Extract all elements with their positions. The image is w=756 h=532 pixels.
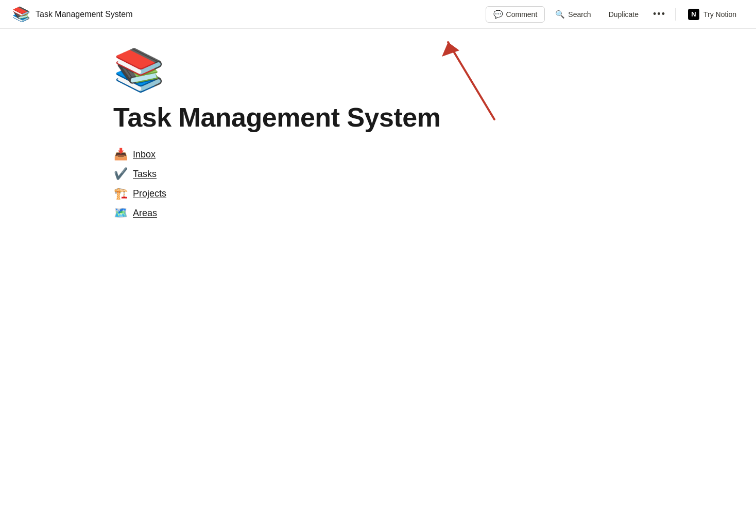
inbox-icon: 📥 xyxy=(113,148,128,161)
search-button[interactable]: 🔍 Search xyxy=(548,7,598,22)
comment-button[interactable]: 💬 Comment xyxy=(486,6,545,23)
page-icon-wrapper: 📚 xyxy=(113,49,463,91)
list-item[interactable]: ✔️ Tasks xyxy=(113,166,463,182)
page-icon: 📚 xyxy=(113,49,463,91)
duplicate-label: Duplicate xyxy=(609,10,639,19)
list-item[interactable]: 🗺️ Areas xyxy=(113,205,463,221)
comment-label: Comment xyxy=(506,10,538,19)
areas-icon: 🗺️ xyxy=(113,206,128,220)
header-right: 💬 Comment 🔍 Search Duplicate ••• N Try N… xyxy=(486,6,744,23)
main-content: 📚 Task Management System 📥 Inbox ✔️ Task… xyxy=(0,29,463,241)
tasks-label: Tasks xyxy=(133,169,157,180)
projects-icon: 🏗️ xyxy=(113,187,128,200)
header: 📚 Task Management System 💬 Comment 🔍 Sea… xyxy=(0,0,756,29)
tasks-icon: ✔️ xyxy=(113,167,128,181)
list-item[interactable]: 📥 Inbox xyxy=(113,147,463,162)
header-title: Task Management System xyxy=(36,10,133,19)
search-label: Search xyxy=(568,10,591,19)
more-options-button[interactable]: ••• xyxy=(649,7,670,22)
search-icon: 🔍 xyxy=(555,10,565,19)
try-notion-button[interactable]: N Try Notion xyxy=(681,6,744,23)
page-title: Task Management System xyxy=(113,103,463,132)
inbox-label: Inbox xyxy=(133,149,156,160)
comment-icon: 💬 xyxy=(493,10,503,19)
page-logo-icon: 📚 xyxy=(12,7,30,22)
list-item[interactable]: 🏗️ Projects xyxy=(113,186,463,201)
projects-label: Projects xyxy=(133,188,166,199)
header-left: 📚 Task Management System xyxy=(12,7,133,22)
more-label: ••• xyxy=(653,9,666,19)
header-divider xyxy=(675,8,676,21)
try-notion-label: Try Notion xyxy=(703,10,736,19)
nav-links: 📥 Inbox ✔️ Tasks 🏗️ Projects 🗺️ Areas xyxy=(113,147,463,221)
notion-icon: N xyxy=(688,9,699,20)
duplicate-button[interactable]: Duplicate xyxy=(602,7,646,22)
areas-label: Areas xyxy=(133,208,157,219)
